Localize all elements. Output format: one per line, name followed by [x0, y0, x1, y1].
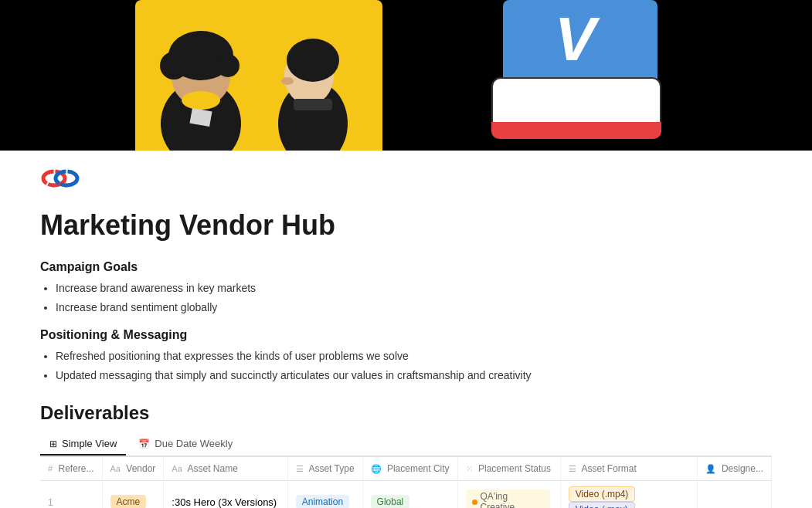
svg-rect-12	[294, 99, 332, 110]
svg-point-5	[185, 35, 216, 66]
vendor-tag-1: Acme	[110, 495, 147, 508]
grid-icon: ⊞	[49, 439, 57, 449]
page-content: Marketing Vendor Hub Campaign Goals Incr…	[0, 194, 812, 508]
cell-asset-type-1: Animation	[287, 481, 362, 509]
cell-placement-city-1: Global	[362, 481, 457, 509]
col-header-asset-format: ☰ Asset Format	[560, 457, 697, 481]
text-icon-asset: Aa	[172, 464, 182, 473]
ref-num-1: 1	[48, 497, 53, 508]
col-header-asset-name: Aa Asset Name	[164, 457, 287, 481]
banner-phone-red-bar	[491, 122, 661, 139]
dots-icon: ⁙	[466, 464, 473, 473]
list-icon-type: ☰	[296, 464, 304, 473]
asset-type-tag-1: Animation	[296, 495, 349, 508]
banner-v-letter: V	[555, 4, 596, 75]
col-header-designer: 👤 Designe...	[697, 457, 771, 481]
logo-area	[0, 151, 812, 194]
deliverables-title: Deliverables	[40, 402, 772, 424]
deliverables-table: # Refere... Aa Vendor Aa Asset Name ☰	[40, 457, 772, 508]
format-tag-mov-1: Video (.mov)	[569, 502, 635, 508]
campaign-goal-1: Increase brand awareness in key markets	[56, 280, 772, 296]
format-tag-mp4-1: Video (.mp4)	[569, 486, 635, 502]
cell-asset-name-1: :30s Hero (3x Versions)	[164, 481, 287, 509]
campaign-goals-heading: Campaign Goals	[40, 260, 772, 274]
col-header-vendor: Aa Vendor	[102, 457, 164, 481]
svg-point-11	[281, 77, 294, 85]
banner-figure-left	[151, 23, 251, 151]
positioning-bullet-1: Refreshed positioning that expresses the…	[56, 348, 772, 364]
col-header-asset-type: ☰ Asset Type	[287, 457, 362, 481]
col-header-ref: # Refere...	[40, 457, 102, 481]
cell-placement-status-1: QA'ing Creative	[457, 481, 560, 509]
table-header-row: # Refere... Aa Vendor Aa Asset Name ☰	[40, 457, 772, 481]
deliverables-tabs: ⊞ Simple View 📅 Due Date Weekly	[40, 433, 772, 456]
person-icon: 👤	[705, 464, 716, 473]
positioning-section: Positioning & Messaging Refreshed positi…	[40, 328, 772, 384]
page-banner: V	[0, 0, 812, 151]
table-row: 1 Acme :30s Hero (3x Versions) Animation…	[40, 481, 772, 509]
cell-designer-1	[697, 481, 771, 509]
hash-icon: #	[48, 464, 53, 473]
col-header-placement-city: 🌐 Placement City	[362, 457, 457, 481]
tab-simple-view-label: Simple View	[62, 438, 117, 449]
page-logo	[40, 163, 80, 194]
page-title: Marketing Vendor Hub	[40, 209, 772, 242]
globe-icon: 🌐	[371, 464, 382, 473]
svg-point-3	[160, 52, 188, 80]
cell-ref-1: 1	[40, 481, 102, 509]
campaign-goal-2: Increase brand sentiment globally	[56, 300, 772, 316]
campaign-goals-list: Increase brand awareness in key markets …	[40, 280, 772, 316]
city-tag-1: Global	[371, 495, 410, 508]
svg-point-4	[216, 54, 240, 77]
cell-asset-format-1: Video (.mp4) Video (.mov)	[560, 481, 697, 509]
cell-vendor-1: Acme	[102, 481, 164, 509]
banner-figure-right	[270, 23, 355, 151]
col-header-placement-status: ⁙ Placement Status	[457, 457, 560, 481]
tab-due-date-weekly[interactable]: 📅 Due Date Weekly	[129, 433, 242, 456]
positioning-list: Refreshed positioning that expresses the…	[40, 348, 772, 384]
svg-point-10	[287, 39, 339, 82]
status-label-1: QA'ing Creative	[481, 491, 544, 508]
positioning-bullet-2: Updated messaging that simply and succin…	[56, 367, 772, 384]
status-dot-1	[472, 500, 477, 505]
calendar-icon: 📅	[138, 439, 150, 449]
svg-point-6	[182, 91, 220, 110]
status-tag-1: QA'ing Creative	[466, 489, 550, 508]
tab-due-date-label: Due Date Weekly	[155, 438, 233, 449]
list-icon-format: ☰	[569, 464, 576, 473]
positioning-heading: Positioning & Messaging	[40, 328, 772, 342]
tab-simple-view[interactable]: ⊞ Simple View	[40, 433, 126, 456]
deliverables-table-container: # Refere... Aa Vendor Aa Asset Name ☰	[40, 456, 772, 508]
campaign-goals-section: Campaign Goals Increase brand awareness …	[40, 260, 772, 316]
deliverables-section: Deliverables ⊞ Simple View 📅 Due Date We…	[40, 402, 772, 508]
text-icon-vendor: Aa	[110, 464, 121, 473]
